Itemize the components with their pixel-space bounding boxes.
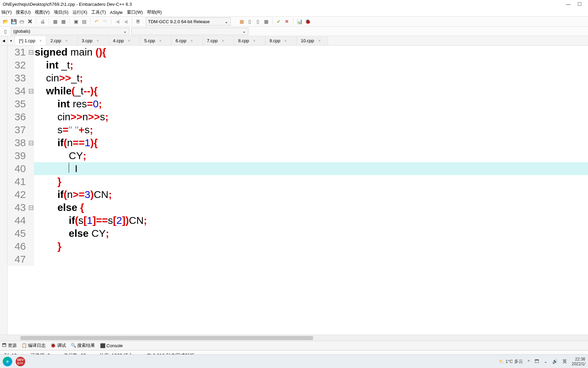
weather-widget[interactable]: ⛅ 1°C 多云 xyxy=(499,358,523,365)
close-icon[interactable]: × xyxy=(97,39,99,43)
close-icon[interactable]: × xyxy=(222,39,224,43)
shield-icon[interactable]: ⛨ xyxy=(135,18,142,25)
window-title: ONEyezhiqiu\Desktop\cf\769.2\1.cpp - Emb… xyxy=(3,2,566,7)
tab-file[interactable]: 9.cpp× xyxy=(265,36,297,45)
title-bar: ONEyezhiqiu\Desktop\cf\769.2\1.cpp - Emb… xyxy=(0,0,588,8)
bottom-panel-tabs: 🗖 资源 📋 编译日志 🐞 调试 🔍 搜索结果 ⬛ Console xyxy=(0,341,588,350)
cancel-icon[interactable]: ✖ xyxy=(283,18,290,25)
tool-icon[interactable]: ▦ xyxy=(52,18,59,25)
tab-file[interactable]: 6.cpp× xyxy=(172,36,203,45)
tab-compile-log[interactable]: 📋 编译日志 xyxy=(21,342,46,349)
tab-label: 6.cpp xyxy=(176,38,186,43)
close-icon[interactable]: × xyxy=(65,39,68,43)
separator xyxy=(49,18,49,25)
tool-icon[interactable]: ▤ xyxy=(81,18,87,25)
tab-label: 9.cpp xyxy=(270,38,280,43)
close-icon[interactable]: × xyxy=(39,39,42,43)
save-all-icon[interactable]: 🗃 xyxy=(18,18,25,25)
scope-select[interactable]: (globals) ⌄ xyxy=(11,28,129,35)
clock-date: 2022/1/ xyxy=(572,362,585,366)
save-icon[interactable]: 💾 xyxy=(10,18,17,25)
horizontal-scrollbar[interactable] xyxy=(0,335,588,341)
menu-window[interactable]: 窗口(W) xyxy=(127,9,143,15)
grid-icon[interactable]: ▦ xyxy=(238,18,245,25)
tab-file[interactable]: 3.cpp× xyxy=(78,36,109,45)
separator xyxy=(293,18,293,25)
check-icon[interactable]: ✔ xyxy=(275,18,282,25)
sound-icon[interactable]: 🔊 xyxy=(552,359,558,364)
code-editor[interactable]: 31⊟signed main (){ 32 int _t; 33 cin>>_t… xyxy=(7,46,588,335)
panel-icon[interactable]: ▯ xyxy=(246,18,253,25)
clock[interactable]: 22:36 2022/1/ xyxy=(572,357,585,366)
redo-icon[interactable]: ↷ xyxy=(101,18,108,25)
close-file-icon[interactable]: 🗙 xyxy=(27,18,33,25)
separator xyxy=(90,18,91,25)
code-line: 46 } xyxy=(7,240,588,253)
chart-icon[interactable]: 📊 xyxy=(296,18,303,25)
wifi-icon[interactable]: ⌄ xyxy=(544,359,548,364)
code-line: 37 s=" "+s; xyxy=(7,123,588,136)
minimize-button[interactable]: — xyxy=(566,1,571,7)
code-line: 34⊟ while(_t--){ xyxy=(7,85,588,97)
member-select[interactable]: ⌄ xyxy=(131,28,248,35)
menu-search[interactable]: 搜索(U) xyxy=(16,9,31,15)
tab-console[interactable]: ⬛ Console xyxy=(100,343,123,348)
tab-file[interactable]: 7.cpp× xyxy=(203,36,234,45)
menu-help[interactable]: 帮助(R) xyxy=(147,9,162,15)
code-line: 43⊟ else { xyxy=(7,201,588,214)
close-icon[interactable]: × xyxy=(191,39,193,43)
compiler-select[interactable]: TDM-GCC 9.2.0 64-bit Release ⌄ xyxy=(146,17,231,26)
grid-icon[interactable]: ▦ xyxy=(263,18,270,25)
editor-wrap: 31⊟signed main (){ 32 int _t; 33 cin>>_t… xyxy=(0,46,588,335)
scope-bar: ▯ (globals) ⌄ ⌄ xyxy=(0,27,588,36)
bug-icon[interactable]: 🐞 xyxy=(304,18,311,25)
close-icon[interactable]: × xyxy=(128,39,130,43)
print-icon[interactable]: 🖨 xyxy=(39,18,46,25)
menu-view[interactable]: 视图(V) xyxy=(35,9,49,15)
tab-file[interactable]: 2.cpp× xyxy=(46,36,78,45)
close-icon[interactable]: × xyxy=(159,39,162,43)
compiler-select-value: TDM-GCC 9.2.0 64-bit Release xyxy=(148,19,210,24)
open-icon[interactable]: 📂 xyxy=(2,18,9,25)
nav-fwd-icon[interactable]: ◀ xyxy=(122,18,129,25)
close-icon[interactable]: × xyxy=(284,39,287,43)
tab-file[interactable]: 8.cpp× xyxy=(234,36,265,45)
undo-icon[interactable]: ↶ xyxy=(93,18,100,25)
nav-back-icon[interactable]: ◀ xyxy=(114,18,121,25)
panel-icon[interactable]: ▯ xyxy=(255,18,261,25)
ime-indicator[interactable]: 英 xyxy=(562,358,567,365)
clock-time: 22:36 xyxy=(572,357,585,362)
tab-scroll-left[interactable]: ◀ xyxy=(0,36,7,45)
edge-icon[interactable]: e xyxy=(3,357,12,366)
tab-resources[interactable]: 🗖 资源 xyxy=(2,342,17,349)
scrollbar-thumb[interactable] xyxy=(20,336,313,340)
maximize-button[interactable]: ☐ xyxy=(577,1,582,7)
tool-icon[interactable]: ▣ xyxy=(72,18,79,25)
menu-astyle[interactable]: AStyle xyxy=(110,10,123,15)
menu-project[interactable]: 项目(S) xyxy=(54,9,68,15)
menu-tools[interactable]: 工具(T) xyxy=(91,9,106,15)
tray-chevron-icon[interactable]: ^ xyxy=(528,359,530,364)
tab-dropdown[interactable]: ▾ xyxy=(7,36,15,45)
devcpp-icon[interactable]: DEVC++ xyxy=(16,357,25,366)
tab-label: 4.cpp xyxy=(113,38,124,43)
code-line: 47 xyxy=(7,253,588,266)
system-tray: ⛅ 1°C 多云 ^ 🗖 ⌄ 🔊 英 22:36 2022/1/ xyxy=(499,357,585,366)
close-icon[interactable]: × xyxy=(253,39,256,43)
scope-icon[interactable]: ▯ xyxy=(2,28,9,35)
tab-file[interactable]: 4.cpp× xyxy=(109,36,140,45)
menu-edit[interactable]: 辑(Y) xyxy=(1,9,12,15)
tab-label: 3.cpp xyxy=(82,38,93,43)
toolbar: 📂 💾 🗃 🗙 🖨 ▦ ▦ ▣ ▤ ↶ ↷ ◀ ◀ ⛨ TDM-GCC 9.2.… xyxy=(0,16,588,27)
menu-run[interactable]: 运行(X) xyxy=(72,9,87,15)
tab-debug[interactable]: 🐞 调试 xyxy=(50,342,66,349)
tool-icon[interactable]: ▦ xyxy=(60,18,67,25)
tab-search-results[interactable]: 🔍 搜索结果 xyxy=(71,342,95,349)
left-gutter xyxy=(0,46,7,335)
tab-file[interactable]: 10.cpp× xyxy=(297,36,328,45)
tab-file[interactable]: [*] 1.cpp× xyxy=(15,36,46,45)
close-icon[interactable]: × xyxy=(318,39,321,43)
tab-label: 7.cpp xyxy=(207,38,218,43)
battery-icon[interactable]: 🗖 xyxy=(535,359,539,364)
tab-file[interactable]: 5.cpp× xyxy=(140,36,172,45)
